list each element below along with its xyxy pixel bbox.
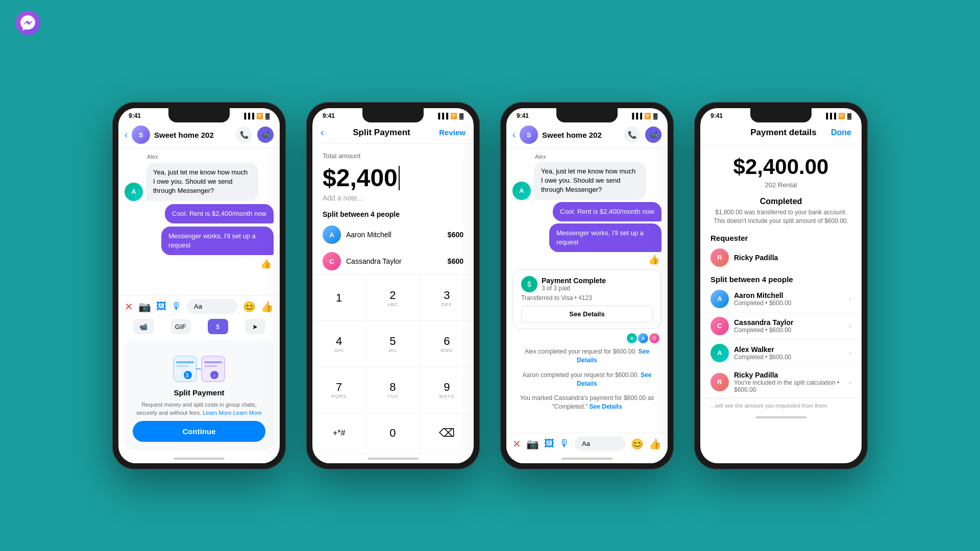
key-1[interactable]: 1: [312, 275, 366, 321]
note-input[interactable]: Add a note...: [323, 194, 463, 202]
message-bubble-p3-2: Cool. Rent is $2,400/month now: [553, 202, 662, 221]
send-qa-btn[interactable]: ➤: [245, 319, 265, 334]
camera-icon-3[interactable]: 📷: [526, 438, 539, 450]
chat-input-3[interactable]: Aa: [575, 436, 626, 451]
video-call-button-3[interactable]: 📹: [645, 127, 662, 143]
image-icon-3[interactable]: 🖼: [544, 438, 554, 449]
key-symbols[interactable]: +*#: [312, 413, 366, 454]
system-msg-1: Alex completed your request for $600.00.…: [512, 345, 662, 367]
wifi-icon-3: 🛜: [644, 113, 651, 119]
pd-person-info-1: Aaron Mitchell Completed • $600.00: [734, 291, 844, 307]
emoji-icon-3[interactable]: 😊: [631, 438, 644, 450]
key-3[interactable]: 3DEF: [420, 275, 474, 321]
phone-call-button[interactable]: 📞: [236, 127, 252, 143]
pd-person-info-2: Cassandra Taylor Completed • $600.00: [734, 318, 844, 334]
like-icon-3[interactable]: 👍: [649, 438, 662, 450]
nav-action-icons: 📞 📹: [236, 127, 274, 143]
wifi-icon-4: 🛜: [838, 113, 845, 119]
phone1-toolbar: ✕ 📷 🖼 🎙 Aa 😊 👍: [118, 295, 280, 317]
svg-text:✓: ✓: [213, 373, 216, 378]
phone-4: 9:41 ▐▐▐ 🛜 ▓ Payment details Done $2,400…: [694, 102, 868, 469]
phone3-back-button[interactable]: ‹: [512, 130, 516, 140]
split-payment-title: Split Payment: [174, 388, 224, 397]
key-9[interactable]: 9WXYZ: [420, 367, 474, 413]
message-row-2: Cool. Rent is $2,400/month now: [125, 204, 274, 223]
close-toolbar-icon-3[interactable]: ✕: [512, 438, 521, 450]
pd-person-info-4: Ricky Padilla You're included in the spl…: [734, 371, 844, 393]
cassandra-avatar: C: [323, 252, 341, 270]
key-5[interactable]: 5JKL: [366, 321, 420, 367]
avatar-stack-2: A: [638, 333, 648, 343]
see-details-link-1[interactable]: See Details: [577, 348, 649, 364]
see-details-button[interactable]: See Details: [521, 306, 653, 322]
home-bar-3: [561, 458, 612, 460]
phone2-home-indicator: [312, 454, 474, 463]
continue-button[interactable]: Continue: [133, 421, 265, 442]
message-bubble-3: Messenger works, I'll set up a request: [161, 227, 274, 255]
like-icon[interactable]: 👍: [261, 300, 274, 313]
message-row-1: A Yea, just let me know how much I owe y…: [125, 163, 274, 201]
phone-call-button-3[interactable]: 📞: [624, 127, 640, 143]
text-cursor: [399, 166, 400, 190]
message-bubble-2: Cool. Rent is $2,400/month now: [165, 204, 274, 223]
pd-requester-name: Ricky Padilla: [734, 254, 778, 262]
phone4-notch: [750, 108, 812, 122]
phone2-notch: [362, 108, 424, 122]
key-0[interactable]: 0: [366, 413, 420, 454]
pc-header: $ Payment Complete 3 of 3 paid: [521, 276, 653, 292]
sender-label-alex-3: Alex: [535, 154, 662, 160]
image-icon[interactable]: 🖼: [156, 300, 166, 312]
pd-done-button[interactable]: Done: [831, 128, 851, 137]
pd-person-row-3[interactable]: A Alex Walker Completed • $600.00 ›: [700, 340, 862, 367]
pd-person-status-1: Completed • $600.00: [734, 299, 844, 307]
see-details-link-2[interactable]: See Details: [577, 371, 651, 387]
phone-3: 9:41 ▐▐▐ 🛜 ▓ ‹ S Sweet home 202 📞 📹 A: [500, 102, 674, 469]
review-link[interactable]: Review: [439, 128, 465, 137]
chat-input[interactable]: Aa: [187, 299, 238, 314]
close-toolbar-icon[interactable]: ✕: [125, 300, 133, 313]
person-amount-2: $600: [448, 257, 463, 265]
pd-person-row-4[interactable]: R Ricky Padilla You're included in the s…: [700, 367, 862, 398]
key-2[interactable]: 2ABC: [366, 275, 420, 321]
video-qa-btn[interactable]: 📹: [133, 319, 154, 334]
pd-person-name-1: Aaron Mitchell: [734, 291, 844, 299]
gif-qa-btn[interactable]: GIF: [170, 319, 191, 334]
learn-more-text[interactable]: Learn More: [233, 410, 262, 416]
mic-icon[interactable]: 🎙: [172, 300, 182, 312]
payment-check-icon: $: [521, 276, 537, 292]
phone-2: 9:41 ▐▐▐ 🛜 ▓ ‹ Split Payment Review Tota…: [306, 102, 480, 469]
pd-person-row-2[interactable]: C Cassandra Taylor Completed • $600.00 ›: [700, 313, 862, 340]
key-backspace[interactable]: ⌫: [420, 413, 474, 454]
pd-aaron-avatar: A: [710, 290, 729, 308]
quick-actions-row: 📹 GIF $ ➤: [118, 317, 280, 336]
message-row-p3-1: A Yea, just let me know how much I owe y…: [512, 162, 662, 200]
total-amount-label: Total amount: [323, 152, 463, 160]
payment-qa-btn[interactable]: $: [208, 319, 228, 334]
phone-1: 9:41 ▐▐▐ 🛜 ▓ ‹ S Sweet home 202 📞 📹 A: [112, 102, 286, 469]
key-7[interactable]: 7PQRS: [312, 367, 366, 413]
battery-icon-2: ▓: [459, 113, 463, 119]
key-8[interactable]: 8TUV: [366, 367, 420, 413]
see-details-link-3[interactable]: See Details: [590, 403, 622, 410]
alex-avatar-3: A: [512, 182, 531, 200]
amount-display: $2,400: [323, 164, 463, 192]
mic-icon-3[interactable]: 🎙: [559, 438, 570, 449]
video-call-button[interactable]: 📹: [257, 127, 274, 143]
payment-complete-bubble: $ Payment Complete 3 of 3 paid Transferr…: [512, 269, 662, 329]
phone2-back-button[interactable]: ‹: [321, 127, 324, 138]
home-bar-4: [755, 416, 806, 418]
phone3-chat-messages: Alex A Yea, just let me know how much I …: [506, 148, 668, 433]
aaron-avatar: A: [323, 226, 341, 244]
pd-person-row-1[interactable]: A Aaron Mitchell Completed • $600.00 ›: [700, 286, 862, 313]
learn-more-link[interactable]: Learn More: [203, 410, 231, 416]
wifi-icon: 🛜: [256, 113, 263, 119]
key-4[interactable]: 4GHI: [312, 321, 366, 367]
phone3-notch: [556, 108, 618, 122]
key-6[interactable]: 6MNO: [420, 321, 474, 367]
avatar-stack-1: A: [627, 333, 637, 343]
emoji-icon[interactable]: 😊: [243, 300, 256, 313]
signal-icon-3: ▐▐▐: [630, 113, 642, 119]
chat-title-3: Sweet home 202: [542, 131, 620, 139]
back-button[interactable]: ‹: [125, 130, 128, 140]
camera-icon[interactable]: 📷: [138, 300, 151, 313]
